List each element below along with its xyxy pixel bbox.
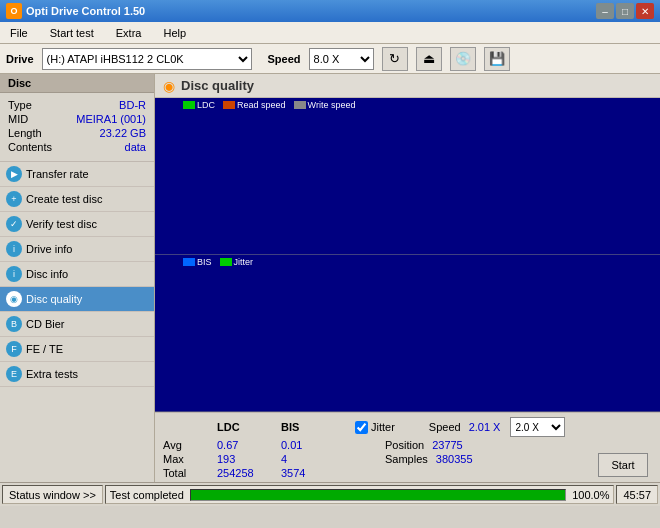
app-title: Opti Drive Control 1.50 [26, 5, 145, 17]
menu-start-test[interactable]: Start test [44, 25, 100, 41]
speed-select[interactable]: 8.0 X [309, 48, 374, 70]
bis-chart: BIS Jitter [155, 255, 660, 412]
max-label: Max [163, 453, 213, 465]
refresh-button[interactable]: ↻ [382, 47, 408, 71]
titlebar: O Opti Drive Control 1.50 – □ ✕ [0, 0, 660, 22]
disc-info-label: Disc info [26, 268, 68, 280]
menubar: File Start test Extra Help [0, 22, 660, 44]
speed-stat-value: 2.01 X [469, 421, 501, 433]
start-button[interactable]: Start [598, 453, 648, 477]
transfer-rate-icon: ▶ [6, 166, 22, 182]
drive-label: Drive [6, 53, 34, 65]
sidebar-nav: ▶ Transfer rate + Create test disc ✓ Ver… [0, 162, 154, 387]
sidebar-item-disc-quality[interactable]: ◉ Disc quality [0, 287, 154, 312]
sidebar-item-extra-tests[interactable]: E Extra tests [0, 362, 154, 387]
disc-quality-label: Disc quality [26, 293, 82, 305]
jitter-checkbox-row: Jitter [355, 421, 395, 434]
bis-label: BIS [197, 257, 212, 267]
sidebar-item-create-test-disc[interactable]: + Create test disc [0, 187, 154, 212]
stats-ldc-header: LDC [217, 421, 277, 433]
disc-quality-header-icon: ◉ [163, 78, 175, 94]
bis-canvas [155, 255, 455, 405]
total-ldc-value: 254258 [217, 467, 277, 479]
jitter-checkbox[interactable] [355, 421, 368, 434]
disc-mid-row: MID MEIRA1 (001) [8, 113, 146, 125]
jitter-color [220, 258, 232, 266]
total-bis-value: 3574 [281, 467, 341, 479]
menu-help[interactable]: Help [157, 25, 192, 41]
fe-te-icon: F [6, 341, 22, 357]
samples-value: 380355 [436, 453, 473, 465]
read-speed-color [223, 101, 235, 109]
disc-contents-row: Contents data [8, 141, 146, 153]
ldc-legend-item: LDC [183, 100, 215, 110]
eject-button[interactable]: ⏏ [416, 47, 442, 71]
jitter-label: Jitter [234, 257, 254, 267]
status-window-button[interactable]: Status window >> [2, 485, 103, 504]
max-ldc-value: 193 [217, 453, 277, 465]
verify-test-disc-icon: ✓ [6, 216, 22, 232]
menu-file[interactable]: File [4, 25, 34, 41]
statusbar: Status window >> Test completed 100.0% 4… [0, 482, 660, 506]
disc-quality-header: ◉ Disc quality [155, 74, 660, 98]
jitter-checkbox-label: Jitter [371, 421, 395, 433]
status-window-label: Status window >> [9, 489, 96, 501]
extra-tests-icon: E [6, 366, 22, 382]
ldc-legend: LDC Read speed Write speed [183, 100, 355, 110]
read-speed-label: Read speed [237, 100, 286, 110]
save-button[interactable]: 💾 [484, 47, 510, 71]
position-value: 23775 [432, 439, 463, 451]
jitter-legend-item: Jitter [220, 257, 254, 267]
test-completed-label: Test completed [110, 489, 184, 501]
menu-extra[interactable]: Extra [110, 25, 148, 41]
bis-legend-item: BIS [183, 257, 212, 267]
ldc-chart: LDC Read speed Write speed [155, 98, 660, 255]
drive-select[interactable]: (H:) ATAPI iHBS112 2 CL0K [42, 48, 252, 70]
write-speed-legend-item: Write speed [294, 100, 356, 110]
sidebar-item-cd-bier[interactable]: B CD Bier [0, 312, 154, 337]
status-time: 45:57 [616, 485, 658, 504]
titlebar-left: O Opti Drive Control 1.50 [6, 3, 145, 19]
transfer-rate-label: Transfer rate [26, 168, 89, 180]
stats-right: Start [598, 417, 652, 481]
stats-left: LDC BIS Jitter Speed 2.01 X 2.0 X A [163, 417, 598, 481]
disc-mid-label: MID [8, 113, 28, 125]
cd-bier-icon: B [6, 316, 22, 332]
sidebar-item-verify-test-disc[interactable]: ✓ Verify test disc [0, 212, 154, 237]
speed-stat-select[interactable]: 2.0 X [510, 417, 565, 437]
ldc-label: LDC [197, 100, 215, 110]
sidebar-item-fe-te[interactable]: F FE / TE [0, 337, 154, 362]
avg-ldc-value: 0.67 [217, 439, 277, 451]
sidebar: Disc Type BD-R MID MEIRA1 (001) Length 2… [0, 74, 155, 482]
disc-length-label: Length [8, 127, 42, 139]
stats-max-row: Max 193 4 Samples 380355 [163, 453, 598, 465]
disc-info-icon: i [6, 266, 22, 282]
stats-bar: LDC BIS Jitter Speed 2.01 X 2.0 X A [155, 412, 660, 482]
sidebar-item-transfer-rate[interactable]: ▶ Transfer rate [0, 162, 154, 187]
read-speed-legend-item: Read speed [223, 100, 286, 110]
extra-tests-label: Extra tests [26, 368, 78, 380]
write-speed-label: Write speed [308, 100, 356, 110]
samples-label: Samples [385, 453, 428, 465]
progress-percent: 100.0% [572, 489, 609, 501]
disc-type-label: Type [8, 99, 32, 111]
sidebar-item-drive-info[interactable]: i Drive info [0, 237, 154, 262]
cd-bier-label: CD Bier [26, 318, 65, 330]
close-button[interactable]: ✕ [636, 3, 654, 19]
avg-bis-value: 0.01 [281, 439, 341, 451]
disc-quality-icon: ◉ [6, 291, 22, 307]
sidebar-item-disc-info[interactable]: i Disc info [0, 262, 154, 287]
disc-button[interactable]: 💿 [450, 47, 476, 71]
disc-contents-label: Contents [8, 141, 52, 153]
total-label: Total [163, 467, 213, 479]
disc-length-value: 23.22 GB [100, 127, 146, 139]
maximize-button[interactable]: □ [616, 3, 634, 19]
create-test-disc-icon: + [6, 191, 22, 207]
stats-total-row: Total 254258 3574 [163, 467, 598, 479]
progress-bar-inner [191, 490, 565, 500]
minimize-button[interactable]: – [596, 3, 614, 19]
disc-type-row: Type BD-R [8, 99, 146, 111]
progress-bar-outer [190, 489, 566, 501]
disc-info-block: Type BD-R MID MEIRA1 (001) Length 23.22 … [0, 93, 154, 162]
ldc-canvas [155, 98, 455, 248]
